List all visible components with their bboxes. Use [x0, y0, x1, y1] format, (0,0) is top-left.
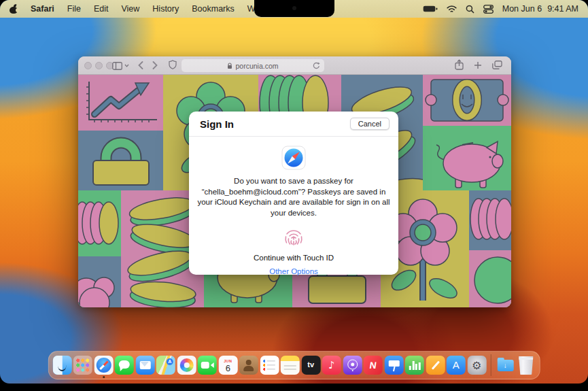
dialog-message: Do you want to save a passkey for “chell…	[194, 176, 393, 218]
close-button[interactable]	[84, 62, 92, 69]
dock-icon-news[interactable]	[364, 356, 383, 375]
dock-icon-tv[interactable]	[301, 356, 320, 375]
dock-icon-maps[interactable]	[156, 356, 175, 375]
url-text: porcunia.com	[235, 62, 278, 70]
running-indicator	[103, 376, 105, 378]
dock-divider	[491, 354, 491, 376]
cancel-button[interactable]: Cancel	[350, 118, 390, 130]
dialog-title: Sign In	[200, 118, 234, 130]
dock-icon-calendar[interactable]: JUN6	[218, 356, 237, 375]
safari-app-icon	[281, 146, 306, 170]
touch-id-label: Continue with Touch ID	[189, 254, 398, 262]
wifi-icon[interactable]	[447, 5, 457, 13]
control-center-icon[interactable]	[483, 5, 494, 14]
dock-icon-settings[interactable]	[467, 356, 486, 375]
address-bar[interactable]: porcunia.com	[181, 59, 324, 72]
menu-bookmarks[interactable]: Bookmarks	[192, 4, 235, 14]
tab-overview-icon[interactable]	[492, 60, 502, 72]
other-options-link[interactable]: Other Options	[189, 267, 398, 275]
dock-icon-finder[interactable]	[52, 356, 71, 375]
dock-icon-contacts[interactable]	[239, 356, 258, 375]
dock-icon-reminders[interactable]	[260, 356, 279, 375]
lock-icon	[227, 63, 232, 69]
apple-menu-icon[interactable]	[10, 5, 18, 14]
dock-icon-pages[interactable]	[426, 356, 445, 375]
menu-clock[interactable]: Mon Jun 6 9:41 AM	[502, 4, 578, 14]
menu-safari[interactable]: Safari	[31, 4, 54, 14]
dock-icon-messages[interactable]	[115, 356, 134, 375]
battery-icon[interactable]	[423, 5, 438, 13]
dock-icon-app-store[interactable]	[447, 356, 466, 375]
menu-edit[interactable]: Edit	[94, 4, 109, 14]
desktop: SafariFileEditViewHistoryBookmarksWindow…	[0, 0, 588, 384]
dock-icon-numbers[interactable]	[405, 356, 424, 375]
forward-button[interactable]	[152, 60, 158, 72]
camera-dot	[292, 6, 296, 10]
sidebar-toggle-icon[interactable]	[112, 62, 129, 70]
chevron-down-icon	[124, 64, 129, 67]
dock-icon-podcasts[interactable]	[343, 356, 362, 375]
dock-icon-notes[interactable]	[281, 356, 300, 375]
dock: JUN6	[48, 351, 540, 379]
back-button[interactable]	[138, 60, 143, 72]
clock-date: Mon Jun 6	[502, 4, 542, 14]
privacy-shield-icon[interactable]	[169, 60, 177, 72]
share-icon[interactable]	[455, 59, 464, 73]
dock-icon-downloads[interactable]	[496, 356, 515, 375]
minimize-button[interactable]	[95, 62, 103, 69]
camera-notch	[254, 0, 334, 17]
dock-icon-facetime[interactable]	[198, 356, 217, 375]
touch-id-icon	[283, 227, 305, 249]
menu-history[interactable]: History	[152, 4, 179, 14]
passkey-dialog: Sign In Cancel	[189, 112, 398, 275]
reload-icon[interactable]	[313, 62, 320, 71]
safari-toolbar: porcunia.com	[78, 56, 511, 75]
dock-icon-photos[interactable]	[177, 356, 196, 375]
traffic-lights	[84, 62, 114, 69]
menu-view[interactable]: View	[121, 4, 139, 14]
dock-icon-keynote[interactable]	[384, 356, 403, 375]
dock-icon-trash[interactable]	[517, 356, 536, 375]
dock-icon-launchpad[interactable]	[73, 356, 92, 375]
dialog-divider	[189, 136, 398, 137]
dock-icon-safari[interactable]	[94, 356, 113, 375]
dock-icon-music[interactable]	[322, 356, 341, 375]
dock-icon-mail[interactable]	[135, 356, 154, 375]
menu-file[interactable]: File	[67, 4, 81, 14]
clock-time: 9:41 AM	[547, 4, 578, 14]
new-tab-icon[interactable]	[474, 60, 482, 72]
search-icon[interactable]	[466, 5, 474, 14]
